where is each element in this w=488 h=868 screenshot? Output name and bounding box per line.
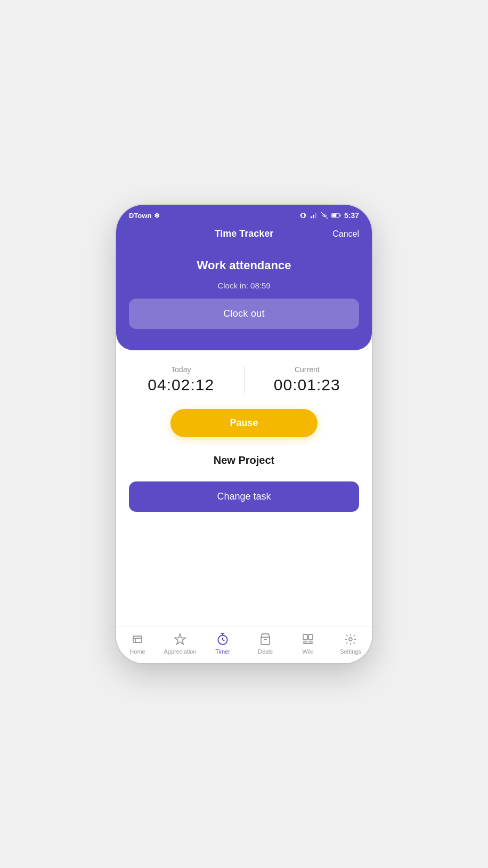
nav-item-timer[interactable]: Timer: [201, 632, 244, 655]
vibrate-icon: [299, 212, 307, 219]
battery-icon: [331, 212, 341, 219]
current-value: 00:01:23: [274, 376, 340, 394]
timer-icon: [216, 632, 230, 646]
nav-label-settings: Settings: [340, 648, 361, 655]
nav-label-deals: Deals: [258, 648, 273, 655]
nav-item-deals[interactable]: Deals: [244, 632, 287, 655]
svg-line-14: [223, 640, 224, 641]
today-timer-block: Today 04:02:12: [129, 365, 233, 394]
app-name-label: DTown: [129, 212, 151, 220]
status-left: DTown ❄: [129, 212, 160, 220]
snowflake-icon: ❄: [154, 212, 160, 220]
nav-item-home[interactable]: Home: [116, 632, 159, 655]
nav-label-appreciation: Appreciation: [164, 648, 196, 655]
appreciation-icon: [173, 632, 187, 646]
current-label: Current: [295, 365, 320, 374]
deals-icon: [258, 632, 272, 646]
phone-frame: DTown ❄ 5:37 Tim: [116, 205, 372, 663]
svg-rect-2: [313, 215, 314, 218]
svg-rect-3: [315, 213, 316, 218]
timer-divider: [244, 366, 245, 393]
today-value: 04:02:12: [148, 376, 214, 394]
home-icon: [131, 632, 144, 646]
pause-button[interactable]: Pause: [170, 409, 318, 437]
timer-row: Today 04:02:12 Current 00:01:23: [129, 365, 359, 394]
current-timer-block: Current 00:01:23: [255, 365, 360, 394]
time-display: 5:37: [344, 211, 359, 220]
wiki-icon: [301, 632, 315, 646]
clock-out-button[interactable]: Clock out: [129, 299, 359, 329]
header-title: Time Tracker: [161, 228, 327, 239]
settings-icon: [344, 632, 357, 646]
cancel-button[interactable]: Cancel: [327, 229, 359, 239]
nav-item-wiki[interactable]: Wiki: [287, 632, 329, 655]
nav-label-home: Home: [129, 648, 145, 655]
svg-point-22: [349, 638, 352, 641]
svg-rect-1: [311, 216, 312, 219]
status-right: 5:37: [299, 211, 359, 220]
bottom-nav: Home Appreciation Timer: [116, 626, 372, 663]
clock-in-text: Clock in: 08:59: [217, 281, 270, 290]
svg-rect-17: [303, 634, 307, 640]
attendance-section: Work attendance Clock in: 08:59 Clock ou…: [116, 248, 372, 350]
svg-rect-9: [133, 636, 142, 642]
project-name: New Project: [214, 454, 274, 467]
nav-item-appreciation[interactable]: Appreciation: [159, 632, 201, 655]
attendance-title: Work attendance: [197, 259, 291, 272]
signal-icon: [310, 212, 318, 219]
app-header: Time Tracker Cancel: [116, 224, 372, 248]
timer-section: Today 04:02:12 Current 00:01:23 Pause Ne…: [116, 350, 372, 626]
change-task-button[interactable]: Change task: [129, 481, 359, 512]
status-bar: DTown ❄ 5:37: [116, 205, 372, 224]
nav-label-timer: Timer: [215, 648, 230, 655]
today-label: Today: [171, 365, 191, 374]
wifi-icon: [321, 212, 328, 219]
nav-label-wiki: Wiki: [303, 648, 314, 655]
svg-rect-18: [308, 634, 313, 640]
svg-rect-0: [302, 213, 305, 218]
nav-item-settings[interactable]: Settings: [329, 632, 372, 655]
